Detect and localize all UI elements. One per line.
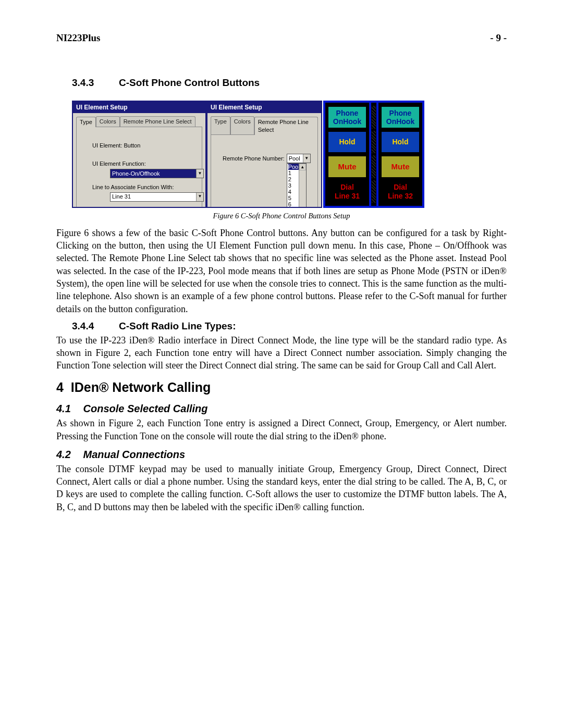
heading-number: 4.2 (56, 448, 80, 462)
tab-remote-phone-line-select[interactable]: Remote Phone Line Select (254, 117, 318, 135)
dial-line-button[interactable]: DialLine 31 (327, 180, 367, 203)
tab-colors[interactable]: Colors (96, 116, 120, 127)
remote-phone-number-label: Remote Phone Number: (223, 155, 285, 163)
ui-element-function-dropdown[interactable]: Phone-On/Offhook ▼ (110, 169, 204, 178)
dial-line-button[interactable]: DialLine 32 (381, 180, 420, 203)
paragraph-3-4-4: To use the IP-223 iDen® Radio interface … (56, 334, 507, 372)
heading-title: Manual Connections (83, 449, 186, 460)
scrollbar[interactable]: ▲ ▼ (299, 164, 306, 208)
ui-element-setup-dialog-remote: UI Element Setup Type Colors Remote Phon… (206, 101, 322, 208)
dialog-titlebar: UI Element Setup (73, 102, 205, 113)
phone-onhook-button[interactable]: PhoneOnHook (327, 106, 367, 129)
button-panel-divider (371, 101, 376, 208)
tab-content-remote: Remote Phone Number: Pool ▼ Pool 1 2 3 4… (211, 134, 318, 208)
page-number: - 9 - (490, 31, 507, 45)
figure-6: UI Element Setup Type Colors Remote Phon… (72, 101, 507, 208)
figure-6-caption: Figure 6 C-Soft Phone Control Buttons Se… (56, 211, 507, 221)
chevron-down-icon: ▼ (196, 193, 203, 201)
heading-number: 3.4.3 (72, 76, 119, 90)
scroll-up-icon[interactable]: ▲ (299, 164, 306, 170)
chevron-down-icon: ▼ (303, 154, 310, 163)
heading-title: C-Soft Phone Control Buttons (119, 76, 260, 90)
tab-type[interactable]: Type (76, 117, 96, 127)
heading-number: 4.1 (56, 402, 80, 416)
heading-number: 4 (56, 380, 64, 394)
ui-element-setup-dialog-type: UI Element Setup Type Colors Remote Phon… (72, 101, 206, 208)
dialog-titlebar: UI Element Setup (207, 102, 321, 113)
hold-button[interactable]: Hold (381, 131, 420, 154)
heading-title: C-Soft Radio Line Types: (119, 319, 236, 333)
doc-id: NI223Plus (56, 31, 100, 45)
tab-remote-phone-line-select[interactable]: Remote Phone Line Select (120, 116, 195, 127)
list-item[interactable]: 7 (288, 207, 306, 208)
mute-button[interactable]: Mute (327, 155, 367, 178)
tab-content-type: UI Element: Button UI Element Function: … (76, 127, 202, 208)
heading-4-2: 4.2 Manual Connections (56, 448, 507, 462)
heading-title: IDen® Network Calling (71, 380, 211, 394)
remote-phone-number-dropdown[interactable]: Pool ▼ (287, 154, 311, 163)
dropdown-value: Line 31 (112, 193, 131, 201)
tab-colors[interactable]: Colors (230, 116, 254, 134)
chevron-down-icon: ▼ (196, 169, 203, 178)
tab-type[interactable]: Type (211, 116, 230, 134)
ui-element-label: UI Element: Button (92, 142, 198, 150)
phone-button-column-2: PhoneOnHook Hold Mute DialLine 32 (376, 101, 424, 208)
line-associate-dropdown[interactable]: Line 31 ▼ (110, 192, 204, 202)
dialog-tabs: Type Colors Remote Phone Line Select (211, 116, 318, 134)
mute-button[interactable]: Mute (381, 155, 420, 178)
line-associate-label: Line to Associate Function With: (92, 183, 198, 191)
paragraph-4-1: As shown in Figure 2, each Function Tone… (56, 417, 507, 442)
phone-button-column-1: PhoneOnHook Hold Mute DialLine 31 (323, 101, 371, 208)
dropdown-value: Phone-On/Offhook (112, 170, 160, 178)
heading-4: 4 IDen® Network Calling (56, 379, 507, 397)
heading-3-4-3: 3.4.3 C-Soft Phone Control Buttons (72, 76, 507, 90)
dropdown-value: Pool (289, 155, 300, 163)
dialog-tabs: Type Colors Remote Phone Line Select (76, 116, 202, 127)
heading-3-4-4: 3.4.4 C-Soft Radio Line Types: (72, 319, 507, 333)
remote-phone-number-list[interactable]: Pool 1 2 3 4 5 6 7 8 9 ▲ ▼ (287, 163, 307, 208)
paragraph-after-figure-6: Figure 6 shows a few of the basic C-Soft… (56, 227, 507, 315)
page-header: NI223Plus - 9 - (56, 31, 507, 45)
paragraph-4-2: The console DTMF keypad may be used to m… (56, 463, 507, 513)
phone-onhook-button[interactable]: PhoneOnHook (381, 106, 420, 129)
heading-number: 3.4.4 (72, 319, 119, 333)
hold-button[interactable]: Hold (327, 131, 367, 154)
heading-title: Console Selected Calling (83, 403, 208, 414)
heading-4-1: 4.1 Console Selected Calling (56, 402, 507, 416)
ui-element-function-label: UI Element Function: (92, 160, 198, 168)
